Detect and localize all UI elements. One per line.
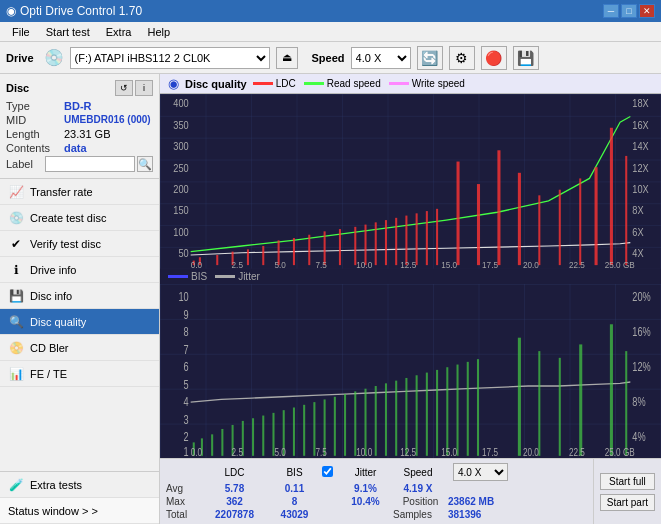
drive-select[interactable]: (F:) ATAPI iHBS112 2 CL0K bbox=[70, 47, 270, 69]
svg-text:7: 7 bbox=[184, 342, 189, 356]
nav-drive-info[interactable]: ℹ Drive info bbox=[0, 257, 159, 283]
nav-status-window[interactable]: Status window > > bbox=[0, 498, 159, 524]
svg-text:2.5: 2.5 bbox=[232, 260, 244, 268]
svg-rect-47 bbox=[579, 178, 581, 265]
toolbar-record-button[interactable]: 🔴 bbox=[481, 46, 507, 70]
menu-file[interactable]: File bbox=[4, 24, 38, 40]
disc-type-row: Type BD-R bbox=[6, 100, 153, 112]
start-part-button[interactable]: Start part bbox=[600, 494, 655, 511]
disc-label-label: Label bbox=[6, 158, 45, 170]
svg-rect-106 bbox=[436, 369, 438, 455]
disc-info-icon[interactable]: i bbox=[135, 80, 153, 96]
avg-jitter-value: 9.1% bbox=[338, 483, 393, 494]
speed-mode-select[interactable]: 4.0 X bbox=[453, 463, 508, 481]
svg-rect-103 bbox=[405, 377, 407, 455]
disc-length-label: Length bbox=[6, 128, 64, 140]
nav-disc-quality[interactable]: 🔍 Disc quality bbox=[0, 309, 159, 335]
svg-rect-37 bbox=[405, 216, 407, 266]
svg-text:8%: 8% bbox=[632, 394, 646, 408]
minimize-button[interactable]: ─ bbox=[603, 4, 619, 18]
menu-start-test[interactable]: Start test bbox=[38, 24, 98, 40]
legend-bis: BIS bbox=[168, 271, 207, 282]
svg-text:400: 400 bbox=[173, 98, 188, 110]
disc-label-input[interactable] bbox=[45, 156, 135, 172]
svg-rect-89 bbox=[262, 415, 264, 455]
drive-eject-button[interactable]: ⏏ bbox=[276, 47, 298, 69]
titlebar-title: ◉ Opti Drive Control 1.70 bbox=[6, 4, 142, 18]
nav-disc-info[interactable]: 💾 Disc info bbox=[0, 283, 159, 309]
titlebar-controls: ─ □ ✕ bbox=[603, 4, 655, 18]
disc-refresh-icon[interactable]: ↺ bbox=[115, 80, 133, 96]
top-chart-svg: 400 350 300 250 200 150 100 50 18X 16X 1… bbox=[160, 94, 661, 269]
drive-info-icon: ℹ bbox=[8, 262, 24, 278]
toolbar-save-button[interactable]: 💾 bbox=[513, 46, 539, 70]
disc-section-title: Disc bbox=[6, 82, 29, 94]
svg-text:10.0: 10.0 bbox=[356, 260, 372, 268]
svg-rect-35 bbox=[385, 220, 387, 265]
svg-rect-25 bbox=[247, 249, 249, 265]
svg-text:100: 100 bbox=[173, 226, 188, 238]
max-position-value: 23862 MB bbox=[448, 496, 494, 507]
max-ldc-value: 362 bbox=[202, 496, 267, 507]
chart-header: ◉ Disc quality LDC Read speed Write spee… bbox=[160, 74, 661, 94]
chart-title: Disc quality bbox=[185, 78, 247, 90]
disc-type-label: Type bbox=[6, 100, 64, 112]
svg-rect-107 bbox=[446, 367, 448, 456]
nav-fe-te[interactable]: 📊 FE / TE bbox=[0, 361, 159, 387]
close-button[interactable]: ✕ bbox=[639, 4, 655, 18]
nav-verify-test-disc[interactable]: ✔ Verify test disc bbox=[0, 231, 159, 257]
svg-text:12%: 12% bbox=[632, 359, 651, 373]
disc-label-search-button[interactable]: 🔍 bbox=[137, 156, 153, 172]
transfer-rate-icon: 📈 bbox=[8, 184, 24, 200]
svg-text:8X: 8X bbox=[632, 205, 644, 217]
svg-text:14X: 14X bbox=[632, 141, 649, 153]
total-label: Total bbox=[166, 509, 202, 520]
samples-label: Samples bbox=[393, 509, 448, 520]
toolbar-refresh-button[interactable]: 🔄 bbox=[417, 46, 443, 70]
svg-rect-48 bbox=[595, 167, 598, 265]
svg-rect-104 bbox=[416, 375, 418, 456]
speed-select[interactable]: 4.0 X bbox=[351, 47, 411, 69]
svg-rect-4 bbox=[160, 94, 661, 269]
disc-mid-label: MID bbox=[6, 114, 64, 126]
svg-text:20.0: 20.0 bbox=[523, 445, 539, 457]
svg-text:6X: 6X bbox=[632, 226, 644, 238]
svg-text:17.5: 17.5 bbox=[482, 445, 498, 457]
svg-text:12.5: 12.5 bbox=[400, 260, 416, 268]
svg-text:22.5: 22.5 bbox=[569, 445, 585, 457]
svg-rect-41 bbox=[457, 162, 460, 266]
top-chart-area: 400 350 300 250 200 150 100 50 18X 16X 1… bbox=[160, 94, 661, 269]
svg-text:300: 300 bbox=[173, 141, 188, 153]
main-area: Disc ↺ i Type BD-R MID UMEBDR016 (000) L… bbox=[0, 74, 661, 524]
stats-header-row: LDC BIS Jitter Speed 4.0 X bbox=[166, 463, 587, 481]
svg-text:17.5: 17.5 bbox=[482, 260, 498, 268]
disc-icons: ↺ i bbox=[115, 80, 153, 96]
nav-create-test-disc[interactable]: 💿 Create test disc bbox=[0, 205, 159, 231]
svg-text:150: 150 bbox=[173, 205, 188, 217]
svg-rect-84 bbox=[211, 434, 213, 455]
jitter-checkbox[interactable] bbox=[322, 466, 333, 477]
menu-help[interactable]: Help bbox=[139, 24, 178, 40]
svg-text:7.5: 7.5 bbox=[315, 260, 327, 268]
chart-legend: LDC Read speed Write speed bbox=[253, 78, 465, 89]
maximize-button[interactable]: □ bbox=[621, 4, 637, 18]
nav-extra-tests[interactable]: 🧪 Extra tests bbox=[0, 472, 159, 498]
legend-ldc: LDC bbox=[253, 78, 296, 89]
nav-cd-bler-label: CD Bler bbox=[30, 342, 69, 354]
menu-extra[interactable]: Extra bbox=[98, 24, 140, 40]
toolbar-settings-button[interactable]: ⚙ bbox=[449, 46, 475, 70]
svg-text:10: 10 bbox=[178, 290, 188, 304]
content-area: ◉ Disc quality LDC Read speed Write spee… bbox=[160, 74, 661, 524]
svg-text:25.0 GB: 25.0 GB bbox=[605, 445, 635, 457]
svg-rect-31 bbox=[339, 229, 341, 265]
total-ldc-value: 2207878 bbox=[202, 509, 267, 520]
col-speed-header: Speed bbox=[393, 467, 443, 478]
start-full-button[interactable]: Start full bbox=[600, 473, 655, 490]
nav-drive-info-label: Drive info bbox=[30, 264, 76, 276]
disc-header: Disc ↺ i bbox=[6, 80, 153, 96]
disc-length-value: 23.31 GB bbox=[64, 128, 110, 140]
stats-max-row: Max 362 8 10.4% Position 23862 MB bbox=[166, 496, 587, 507]
svg-rect-42 bbox=[477, 184, 480, 265]
nav-cd-bler[interactable]: 📀 CD Bler bbox=[0, 335, 159, 361]
nav-transfer-rate[interactable]: 📈 Transfer rate bbox=[0, 179, 159, 205]
